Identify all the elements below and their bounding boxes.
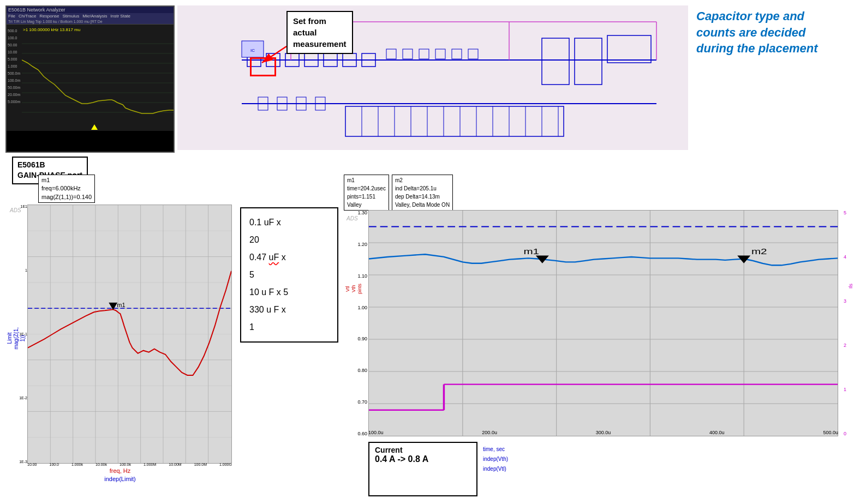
schematic-area: IC: [177, 5, 688, 150]
cap-line-2: 20: [249, 231, 329, 249]
impedance-chart-area: m1: [27, 205, 232, 464]
na-waveform-svg: [22, 33, 174, 131]
waveform-y-ticks-right: 5 4 3 2 1 0: [844, 210, 853, 436]
svg-text:m1: m1: [523, 247, 539, 256]
impedance-x-label: freq, Hz indep(Limit): [104, 467, 135, 483]
na-y-labels: 500.0 100.0 50.00 10.00 5.000 1.000 500.…: [8, 27, 20, 105]
cap-line-7: 1: [249, 319, 329, 336]
callout-text: Set from: [293, 15, 347, 27]
waveform-legend-box: time, sec indep(Vth) indep(Vtl): [477, 442, 513, 496]
na-toolbar: Trl T/R Lin Mag Top 1.000 ku / Bottom 1.…: [7, 19, 174, 25]
impedance-x-ticks: 10.00 100.0 1.000k 10.00k 100.0k 1.000M …: [27, 463, 232, 466]
waveform-svg: m1 m2: [369, 211, 838, 436]
waveform-current-box: Current 0.4 A -> 0.8 A: [368, 442, 477, 496]
current-value: 0.4 A -> 0.8 A: [375, 454, 471, 464]
na-freq-label: >1 100.00000 kHz 13.817 mu: [23, 27, 80, 32]
na-menu-bar: File Ch/Trace Response Stimulus Mkr/Anal…: [7, 13, 174, 19]
svg-text:m2: m2: [751, 247, 767, 256]
svg-text:IC: IC: [250, 48, 255, 53]
capacitor-list-box: 0.1 uF x 20 0.47 uF x 5 10 u F x 5 330 u…: [240, 207, 338, 343]
na-chart-area: 500.0 100.0 50.00 10.00 5.000 1.000 500.…: [7, 25, 174, 131]
waveform-y-ticks-left: 1.30 1.20 1.10 1.00 0.90 0.80 0.70 0.60: [347, 210, 367, 436]
waveform-m2-box: m2 ind Delta=205.1u dep Delta=14.13m Val…: [392, 175, 453, 211]
impedance-y-ticks: 1E1 1 1E-1 1E-2 1E-3: [8, 205, 27, 464]
top-section: E5061B Network Analyzer File Ch/Trace Re…: [0, 0, 860, 169]
current-title: Current: [375, 446, 471, 454]
waveform-top-labels: m1 time=204.2usec pints=1.151 Valley m2 …: [344, 175, 855, 211]
bottom-section: m1 freq=6.000kHz mag(Z(1,1))=0.140 ADS L…: [0, 169, 860, 504]
network-analyzer-screenshot: E5061B Network Analyzer File Ch/Trace Re…: [5, 5, 175, 153]
cap-line-4: 5: [249, 266, 329, 284]
svg-text:m1: m1: [117, 302, 125, 308]
red-highlight-box: [250, 57, 276, 76]
capacitor-annotation: Capacitor type and counts are decided du…: [696, 8, 855, 57]
waveform-chart: m1 time=204.2usec pints=1.151 Valley m2 …: [344, 175, 855, 496]
impedance-chart: m1 freq=6.000kHz mag(Z(1,1))=0.140 ADS L…: [5, 175, 235, 496]
schematic-svg: IC: [177, 5, 688, 150]
waveform-chart-area: m1 m2: [368, 210, 838, 436]
cap-line-6: 330 u F x: [249, 301, 329, 319]
cap-line-1: 0.1 uF x: [249, 214, 329, 231]
right-annotation-text: Capacitor type and counts are decided du…: [691, 0, 860, 169]
svg-rect-8: [182, 5, 684, 150]
callout-box: Set from actual measurement: [286, 11, 353, 54]
cap-line-5: 10 u F x 5: [249, 284, 329, 301]
impedance-marker-box: m1 freq=6.000kHz mag(Z(1,1))=0.140: [38, 175, 95, 203]
na-triangle-marker: [91, 124, 98, 130]
impedance-chart-svg: m1: [28, 205, 231, 463]
na-title-bar: E5061B Network Analyzer: [7, 7, 174, 13]
waveform-m1-box: m1 time=204.2usec pints=1.151 Valley: [344, 175, 389, 211]
waveform-x-ticks: 100.0u 200.0u 300.0u 400.0u 500.0u: [368, 430, 838, 435]
svg-rect-74: [369, 211, 838, 436]
cap-line-3: 0.47 uF x: [249, 249, 329, 266]
waveform-bottom-box: Current 0.4 A -> 0.8 A time, sec indep(V…: [368, 442, 855, 496]
